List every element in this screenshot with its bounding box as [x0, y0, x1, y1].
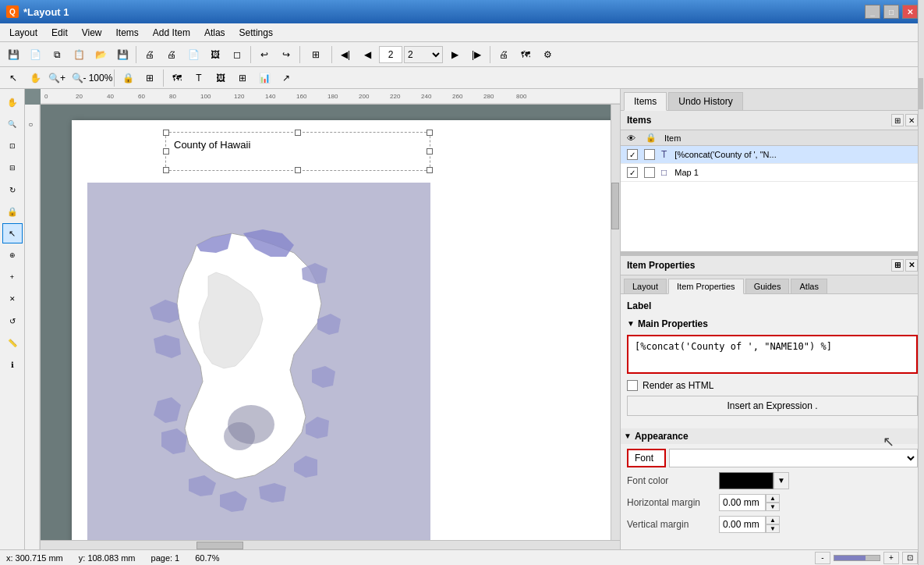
add-arrow-tool[interactable]: ↗ [276, 68, 296, 88]
vertical-scrollbar[interactable] [611, 105, 620, 540]
pan-left-tool[interactable]: ✋ [2, 92, 23, 112]
item-visible-1[interactable]: ✓ [627, 149, 638, 160]
first-page-button[interactable]: ◀| [335, 44, 356, 65]
menu-items[interactable]: Items [110, 26, 145, 40]
measure-tool[interactable]: 📏 [2, 332, 23, 353]
appearance-arrow[interactable]: ▼ [624, 432, 632, 440]
rotate-tool[interactable]: ↺ [2, 311, 23, 331]
items-expand-button[interactable]: ⊞ [891, 114, 904, 126]
duplicate-button[interactable]: ⧉ [47, 44, 67, 65]
scroll-thumb-v[interactable] [611, 183, 619, 229]
pan-tool[interactable]: ✋ [25, 68, 45, 88]
new-button[interactable]: 📄 [25, 44, 45, 65]
zoom-extent-left-tool[interactable]: ⊡ [2, 136, 23, 156]
tab-layout[interactable]: Layout [624, 279, 667, 293]
save-button[interactable]: 💾 [3, 44, 23, 65]
select-tool[interactable]: ↖ [3, 68, 23, 88]
tab-atlas[interactable]: Atlas [791, 279, 827, 293]
undo-button[interactable]: ↩ [254, 44, 274, 65]
identify-tool[interactable]: ℹ [2, 354, 23, 375]
svg-button[interactable]: ◻ [227, 44, 247, 65]
h-margin-input[interactable] [719, 494, 766, 511]
font-dropdown[interactable] [669, 449, 918, 467]
zoom-layer-tool[interactable]: ⊟ [2, 158, 23, 178]
items-close-button[interactable]: ✕ [905, 114, 918, 126]
add-table-tool[interactable]: ⊞ [232, 68, 253, 88]
status-zoom-in[interactable]: + [883, 552, 899, 564]
h-margin-down[interactable]: ▼ [766, 503, 780, 511]
print2-button[interactable]: 🖨 [161, 44, 182, 65]
h-margin-up[interactable]: ▲ [766, 494, 780, 503]
item-lock-2[interactable] [644, 167, 655, 178]
item-lock-1[interactable] [644, 149, 655, 160]
atlas-button[interactable]: 🗺 [515, 44, 536, 65]
zoom-slider-thumb[interactable] [834, 556, 866, 560]
item-visible-2[interactable]: ✓ [627, 167, 638, 178]
menu-settings[interactable]: Settings [233, 26, 279, 40]
v-margin-input[interactable] [719, 516, 766, 533]
page-dropdown[interactable]: 2 [404, 46, 443, 63]
image-button[interactable]: 🖼 [205, 44, 225, 65]
menu-view[interactable]: View [76, 26, 108, 40]
redo-button[interactable]: ↪ [276, 44, 296, 65]
tab-guides[interactable]: Guides [745, 279, 790, 293]
zoom-full-button[interactable]: ⊞ [303, 44, 328, 65]
zoom-slider[interactable] [834, 555, 880, 561]
status-fit-button[interactable]: ⊡ [902, 552, 918, 564]
move-node-tool[interactable]: ⊕ [2, 245, 23, 265]
prev-page-button[interactable]: ◀ [357, 44, 377, 65]
zoom-in-tool[interactable]: 🔍+ [47, 68, 67, 88]
lock-tool[interactable]: 🔒 [118, 68, 138, 88]
main-props-arrow[interactable]: ▼ [627, 319, 635, 328]
zoom-actual-tool[interactable]: 100% [90, 68, 111, 88]
group-tool[interactable]: ⊞ [140, 68, 160, 88]
add-label-tool[interactable]: T [189, 68, 209, 88]
label-item[interactable]: County of Hawaii [165, 132, 430, 171]
page-input[interactable]: 2 [379, 46, 402, 63]
zoom-left-tool[interactable]: 🔍 [2, 114, 23, 134]
font-color-dropdown[interactable]: ▼ [774, 472, 789, 489]
tab-undo-history[interactable]: Undo History [668, 92, 742, 110]
insert-expression-button[interactable]: Insert an Expression . [627, 396, 918, 416]
canvas-content[interactable]: County of Hawaii [41, 105, 620, 549]
status-zoom-out[interactable]: - [815, 552, 830, 564]
minimize-button[interactable]: _ [865, 5, 880, 19]
menu-atlas[interactable]: Atlas [198, 26, 232, 40]
settings-button[interactable]: ⚙ [537, 44, 558, 65]
delete-node-tool[interactable]: ✕ [2, 289, 23, 309]
props-expand-button[interactable]: ⊞ [891, 259, 904, 272]
maximize-button[interactable]: □ [883, 5, 899, 19]
pdf-button[interactable]: 📄 [183, 44, 204, 65]
render-html-checkbox[interactable] [627, 380, 638, 391]
last-page-button[interactable]: |▶ [466, 44, 487, 65]
add-image-tool[interactable]: 🖼 [211, 68, 231, 88]
print-button[interactable]: 🖨 [140, 44, 160, 65]
select-left-tool[interactable]: ↖ [2, 223, 23, 243]
v-margin-down[interactable]: ▼ [766, 524, 780, 533]
lock-left-tool[interactable]: 🔒 [2, 201, 23, 222]
menu-layout[interactable]: Layout [3, 26, 44, 40]
next-page-button[interactable]: ▶ [444, 44, 465, 65]
zoom-out-tool[interactable]: 🔍- [69, 68, 89, 88]
tab-item-properties[interactable]: Item Properties [668, 279, 744, 294]
close-button[interactable]: ✕ [902, 5, 918, 19]
expression-box[interactable]: [%concat('County of ', "NAME10") %] [627, 335, 918, 374]
print3-button[interactable]: 🖨 [494, 44, 514, 65]
list-item[interactable]: ✓ T [%concat('County of ', "N... [621, 146, 924, 164]
menu-edit[interactable]: Edit [45, 26, 74, 40]
list-item[interactable]: ✓ □ Map 1 [621, 164, 924, 182]
panel-scroll-thumb[interactable] [919, 78, 923, 109]
add-map-tool[interactable]: 🗺 [167, 68, 187, 88]
v-margin-up[interactable]: ▲ [766, 516, 780, 524]
horizontal-scrollbar[interactable] [41, 540, 620, 549]
right-panel-scrollbar[interactable] [918, 0, 924, 565]
props-close-button[interactable]: ✕ [905, 259, 918, 272]
add-chart-tool[interactable]: 📊 [254, 68, 274, 88]
font-color-swatch[interactable] [719, 472, 774, 489]
refresh-tool[interactable]: ↻ [2, 179, 23, 200]
saveas-button[interactable]: 💾 [112, 44, 133, 65]
tab-items[interactable]: Items [624, 92, 667, 111]
scroll-thumb-h[interactable] [196, 542, 243, 549]
menu-add-item[interactable]: Add Item [147, 26, 196, 40]
add-node-tool[interactable]: + [2, 267, 23, 287]
